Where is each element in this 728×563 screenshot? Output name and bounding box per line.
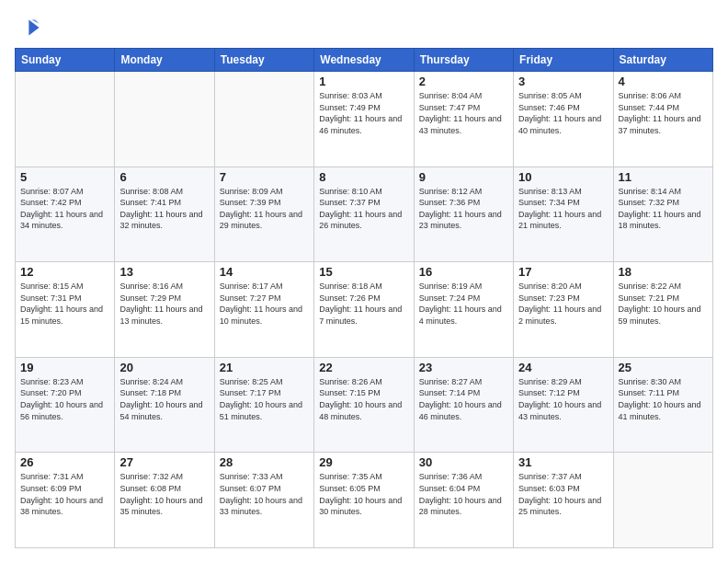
day-header: Monday [115, 49, 214, 72]
day-number: 31 [518, 455, 608, 469]
day-number: 4 [619, 75, 708, 88]
day-info: Sunrise: 8:10 AM Sunset: 7:37 PM Dayligh… [319, 186, 408, 232]
day-number: 9 [419, 170, 508, 184]
calendar-cell: 13Sunrise: 8:16 AM Sunset: 7:29 PM Dayli… [115, 262, 214, 358]
calendar-cell: 24Sunrise: 8:29 AM Sunset: 7:12 PM Dayli… [514, 357, 613, 453]
day-info: Sunrise: 7:33 AM Sunset: 6:07 PM Dayligh… [220, 471, 309, 517]
day-number: 12 [20, 265, 109, 279]
calendar-cell: 8Sunrise: 8:10 AM Sunset: 7:37 PM Daylig… [314, 167, 414, 262]
day-info: Sunrise: 8:16 AM Sunset: 7:29 PM Dayligh… [119, 281, 209, 327]
calendar-cell: 9Sunrise: 8:12 AM Sunset: 7:36 PM Daylig… [414, 167, 513, 262]
day-header: Wednesday [314, 49, 414, 72]
day-info: Sunrise: 8:30 AM Sunset: 7:11 PM Dayligh… [619, 376, 708, 422]
day-number: 11 [619, 170, 708, 184]
calendar-cell: 10Sunrise: 8:13 AM Sunset: 7:34 PM Dayli… [514, 167, 613, 262]
logo [15, 15, 44, 40]
calendar-cell: 7Sunrise: 8:09 AM Sunset: 7:39 PM Daylig… [214, 167, 313, 262]
page: SundayMondayTuesdayWednesdayThursdayFrid… [0, 0, 728, 563]
day-number: 3 [518, 75, 608, 88]
day-header: Sunday [16, 49, 115, 72]
day-info: Sunrise: 8:29 AM Sunset: 7:12 PM Dayligh… [518, 376, 608, 422]
calendar-cell [115, 72, 214, 167]
calendar-cell: 18Sunrise: 8:22 AM Sunset: 7:21 PM Dayli… [613, 262, 712, 358]
calendar-week: 1Sunrise: 8:03 AM Sunset: 7:49 PM Daylig… [16, 72, 713, 167]
header-row: SundayMondayTuesdayWednesdayThursdayFrid… [16, 49, 713, 72]
day-info: Sunrise: 8:03 AM Sunset: 7:49 PM Dayligh… [319, 90, 408, 136]
calendar-cell: 25Sunrise: 8:30 AM Sunset: 7:11 PM Dayli… [613, 357, 712, 453]
calendar-cell: 22Sunrise: 8:26 AM Sunset: 7:15 PM Dayli… [314, 357, 414, 453]
day-number: 15 [319, 265, 408, 279]
calendar-cell: 5Sunrise: 8:07 AM Sunset: 7:42 PM Daylig… [16, 167, 115, 262]
day-number: 1 [319, 75, 408, 88]
day-number: 25 [619, 361, 708, 374]
logo-icon [15, 15, 40, 40]
calendar-cell: 14Sunrise: 8:17 AM Sunset: 7:27 PM Dayli… [214, 262, 313, 358]
day-number: 28 [220, 455, 309, 469]
day-number: 7 [220, 170, 309, 184]
day-number: 8 [319, 170, 408, 184]
calendar-cell: 3Sunrise: 8:05 AM Sunset: 7:46 PM Daylig… [514, 72, 613, 167]
day-number: 20 [119, 361, 209, 374]
day-info: Sunrise: 8:22 AM Sunset: 7:21 PM Dayligh… [619, 281, 708, 327]
day-info: Sunrise: 8:04 AM Sunset: 7:47 PM Dayligh… [419, 90, 508, 136]
header [15, 15, 713, 40]
calendar-cell: 31Sunrise: 7:37 AM Sunset: 6:03 PM Dayli… [514, 453, 613, 548]
day-info: Sunrise: 8:14 AM Sunset: 7:32 PM Dayligh… [619, 186, 708, 232]
day-number: 14 [220, 265, 309, 279]
day-number: 26 [20, 455, 109, 469]
day-info: Sunrise: 8:23 AM Sunset: 7:20 PM Dayligh… [20, 376, 109, 422]
day-info: Sunrise: 7:31 AM Sunset: 6:09 PM Dayligh… [20, 471, 109, 517]
day-info: Sunrise: 8:17 AM Sunset: 7:27 PM Dayligh… [220, 281, 309, 327]
calendar-cell [16, 72, 115, 167]
day-number: 17 [518, 265, 608, 279]
day-info: Sunrise: 8:09 AM Sunset: 7:39 PM Dayligh… [220, 186, 309, 232]
day-info: Sunrise: 8:07 AM Sunset: 7:42 PM Dayligh… [20, 186, 109, 232]
day-header: Tuesday [214, 49, 313, 72]
day-info: Sunrise: 7:36 AM Sunset: 6:04 PM Dayligh… [419, 471, 508, 517]
calendar-week: 19Sunrise: 8:23 AM Sunset: 7:20 PM Dayli… [16, 357, 713, 453]
day-number: 27 [119, 455, 209, 469]
calendar-cell: 12Sunrise: 8:15 AM Sunset: 7:31 PM Dayli… [16, 262, 115, 358]
day-info: Sunrise: 7:37 AM Sunset: 6:03 PM Dayligh… [518, 471, 608, 517]
day-number: 24 [518, 361, 608, 374]
calendar-cell: 30Sunrise: 7:36 AM Sunset: 6:04 PM Dayli… [414, 453, 513, 548]
day-header: Saturday [613, 49, 712, 72]
day-info: Sunrise: 8:08 AM Sunset: 7:41 PM Dayligh… [119, 186, 209, 232]
day-info: Sunrise: 8:20 AM Sunset: 7:23 PM Dayligh… [518, 281, 608, 327]
calendar-cell: 17Sunrise: 8:20 AM Sunset: 7:23 PM Dayli… [514, 262, 613, 358]
calendar-cell: 20Sunrise: 8:24 AM Sunset: 7:18 PM Dayli… [115, 357, 214, 453]
calendar-cell: 29Sunrise: 7:35 AM Sunset: 6:05 PM Dayli… [314, 453, 414, 548]
calendar-cell: 16Sunrise: 8:19 AM Sunset: 7:24 PM Dayli… [414, 262, 513, 358]
day-info: Sunrise: 8:19 AM Sunset: 7:24 PM Dayligh… [419, 281, 508, 327]
day-info: Sunrise: 8:24 AM Sunset: 7:18 PM Dayligh… [119, 376, 209, 422]
calendar-cell: 27Sunrise: 7:32 AM Sunset: 6:08 PM Dayli… [115, 453, 214, 548]
calendar-cell: 19Sunrise: 8:23 AM Sunset: 7:20 PM Dayli… [16, 357, 115, 453]
day-info: Sunrise: 8:15 AM Sunset: 7:31 PM Dayligh… [20, 281, 109, 327]
day-number: 23 [419, 361, 508, 374]
calendar-cell: 2Sunrise: 8:04 AM Sunset: 7:47 PM Daylig… [414, 72, 513, 167]
day-number: 30 [419, 455, 508, 469]
calendar-cell: 11Sunrise: 8:14 AM Sunset: 7:32 PM Dayli… [613, 167, 712, 262]
day-number: 10 [518, 170, 608, 184]
day-header: Friday [514, 49, 613, 72]
calendar-cell: 28Sunrise: 7:33 AM Sunset: 6:07 PM Dayli… [214, 453, 313, 548]
calendar-cell [214, 72, 313, 167]
day-info: Sunrise: 8:05 AM Sunset: 7:46 PM Dayligh… [518, 90, 608, 136]
calendar-week: 12Sunrise: 8:15 AM Sunset: 7:31 PM Dayli… [16, 262, 713, 358]
day-number: 6 [119, 170, 209, 184]
day-info: Sunrise: 8:27 AM Sunset: 7:14 PM Dayligh… [419, 376, 508, 422]
day-info: Sunrise: 7:32 AM Sunset: 6:08 PM Dayligh… [119, 471, 209, 517]
day-number: 13 [119, 265, 209, 279]
calendar-cell: 15Sunrise: 8:18 AM Sunset: 7:26 PM Dayli… [314, 262, 414, 358]
day-header: Thursday [414, 49, 513, 72]
day-info: Sunrise: 8:25 AM Sunset: 7:17 PM Dayligh… [220, 376, 309, 422]
day-number: 22 [319, 361, 408, 374]
day-info: Sunrise: 8:12 AM Sunset: 7:36 PM Dayligh… [419, 186, 508, 232]
calendar-cell: 23Sunrise: 8:27 AM Sunset: 7:14 PM Dayli… [414, 357, 513, 453]
day-number: 19 [20, 361, 109, 374]
day-info: Sunrise: 8:26 AM Sunset: 7:15 PM Dayligh… [319, 376, 408, 422]
calendar-cell [613, 453, 712, 548]
calendar-cell: 21Sunrise: 8:25 AM Sunset: 7:17 PM Dayli… [214, 357, 313, 453]
day-number: 2 [419, 75, 508, 88]
day-number: 5 [20, 170, 109, 184]
